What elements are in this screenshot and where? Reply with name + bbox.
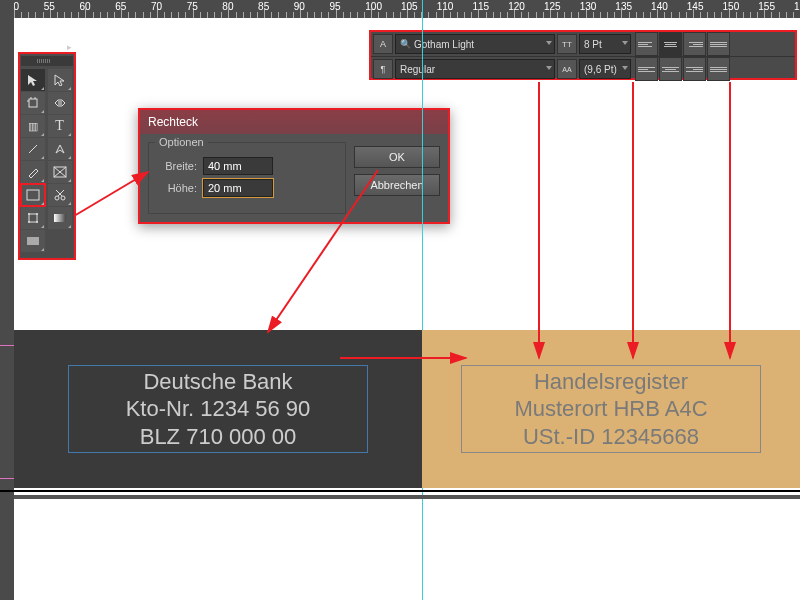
ruler-number: 95 (330, 1, 341, 12)
line-tool[interactable] (21, 138, 45, 160)
ruler-number: 100 (365, 1, 382, 12)
tools-collapse-icon[interactable]: ▸ (67, 42, 72, 52)
font-size-icon: TT (557, 34, 577, 54)
align-right-button[interactable] (683, 32, 706, 56)
align-justify-button[interactable] (707, 32, 730, 56)
justify-left-button[interactable] (635, 57, 658, 81)
ruler-number: 70 (151, 1, 162, 12)
leading-icon: AA (557, 59, 577, 79)
svg-point-7 (61, 196, 65, 200)
ok-button[interactable]: OK (354, 146, 440, 168)
pasteboard (14, 495, 800, 499)
svg-point-12 (36, 213, 38, 215)
tools-grip[interactable] (21, 56, 73, 66)
ruler-horizontal: 5055606570758085909510010511011512012513… (14, 0, 800, 18)
width-label: Breite: (157, 160, 197, 172)
width-input[interactable] (203, 157, 273, 175)
svg-point-11 (28, 213, 30, 215)
options-fieldset: Optionen Breite: Höhe: (148, 142, 346, 214)
svg-line-17 (74, 172, 148, 216)
ruler-number: 145 (687, 1, 704, 12)
justify-all-button[interactable] (707, 57, 730, 81)
rectangle-tool[interactable] (21, 184, 45, 206)
leading-select[interactable]: (9,6 Pt) (579, 59, 631, 79)
font-family-select[interactable]: 🔍Gotham Light (395, 34, 555, 54)
ruler-number: 120 (508, 1, 525, 12)
svg-rect-10 (29, 214, 37, 222)
paragraph-panel-button[interactable]: ¶ (373, 59, 393, 79)
ruler-number: 75 (187, 1, 198, 12)
scissors-tool[interactable] (48, 184, 72, 206)
font-style-value: Regular (400, 64, 435, 75)
svg-point-6 (55, 196, 59, 200)
ruler-number: 85 (258, 1, 269, 12)
text-frame-left[interactable]: Deutsche Bank Kto-Nr. 1234 56 90 BLZ 710… (68, 365, 368, 454)
tan-rectangle[interactable]: Handelsregister Musterort HRB A4C USt.-I… (422, 330, 800, 488)
free-transform-tool[interactable] (21, 207, 45, 229)
svg-rect-0 (29, 99, 37, 107)
type-tool[interactable]: T (48, 115, 72, 137)
text-line: USt.-ID 12345668 (468, 423, 754, 451)
ruler-number: 140 (651, 1, 668, 12)
svg-line-1 (29, 145, 37, 153)
ruler-vertical (0, 0, 14, 600)
justify-center-button[interactable] (659, 57, 682, 81)
ruler-number: 160 (794, 1, 800, 12)
character-panel-button[interactable]: A (373, 34, 393, 54)
ruler-number: 125 (544, 1, 561, 12)
ruler-number: 65 (115, 1, 126, 12)
font-size-value: 8 Pt (584, 39, 602, 50)
svg-rect-5 (27, 190, 39, 200)
text-line: Musterort HRB A4C (468, 395, 754, 423)
text-line: Deutsche Bank (75, 368, 361, 396)
rect-frame-tool[interactable] (48, 161, 72, 183)
text-frame-right[interactable]: Handelsregister Musterort HRB A4C USt.-I… (461, 365, 761, 454)
control-bar: A 🔍Gotham Light TT 8 Pt ¶ Regular AA (9,… (369, 30, 797, 80)
tools-panel: ▸ ▥ T (18, 52, 76, 260)
font-style-select[interactable]: Regular (395, 59, 555, 79)
pencil-tool[interactable] (21, 161, 45, 183)
dialog-title[interactable]: Rechteck (140, 110, 448, 134)
align-center-button[interactable] (659, 32, 682, 56)
direct-selection-tool[interactable] (48, 69, 72, 91)
rectangle-dialog: Rechteck Optionen Breite: Höhe: OK Abbre… (138, 108, 450, 224)
ruler-number: 130 (580, 1, 597, 12)
page-tool[interactable] (21, 92, 45, 114)
ruler-number: 60 (79, 1, 90, 12)
justify-right-button[interactable] (683, 57, 706, 81)
content-collector-tool[interactable]: ▥ (21, 115, 45, 137)
text-line: Kto-Nr. 1234 56 90 (75, 395, 361, 423)
gradient-feather-tool[interactable] (21, 230, 45, 252)
ruler-number: 105 (401, 1, 418, 12)
ruler-number: 80 (222, 1, 233, 12)
ruler-number: 110 (437, 1, 454, 12)
font-family-value: Gotham Light (414, 39, 474, 50)
pen-tool[interactable] (48, 138, 72, 160)
gap-tool[interactable] (48, 92, 72, 114)
vertical-guide[interactable] (422, 0, 423, 600)
fieldset-label: Optionen (155, 136, 208, 148)
svg-rect-16 (27, 237, 39, 245)
cancel-button[interactable]: Abbrechen (354, 174, 440, 196)
svg-rect-15 (54, 214, 66, 222)
selection-tool[interactable] (21, 69, 45, 91)
font-size-select[interactable]: 8 Pt (579, 34, 631, 54)
ruler-number: 115 (472, 1, 489, 12)
dark-rectangle[interactable]: Deutsche Bank Kto-Nr. 1234 56 90 BLZ 710… (14, 330, 422, 488)
page-edge (0, 490, 800, 492)
svg-point-14 (36, 221, 38, 223)
ruler-number: 50 (14, 1, 19, 12)
height-input[interactable] (203, 179, 273, 197)
height-label: Höhe: (157, 182, 197, 194)
ruler-number: 150 (723, 1, 740, 12)
leading-value: (9,6 Pt) (584, 64, 617, 75)
gradient-swatch-tool[interactable] (48, 207, 72, 229)
align-left-button[interactable] (635, 32, 658, 56)
text-line: Handelsregister (468, 368, 754, 396)
svg-point-13 (28, 221, 30, 223)
text-line: BLZ 710 000 00 (75, 423, 361, 451)
ruler-number: 55 (44, 1, 55, 12)
ruler-number: 155 (758, 1, 775, 12)
ruler-number: 135 (615, 1, 632, 12)
ruler-number: 90 (294, 1, 305, 12)
